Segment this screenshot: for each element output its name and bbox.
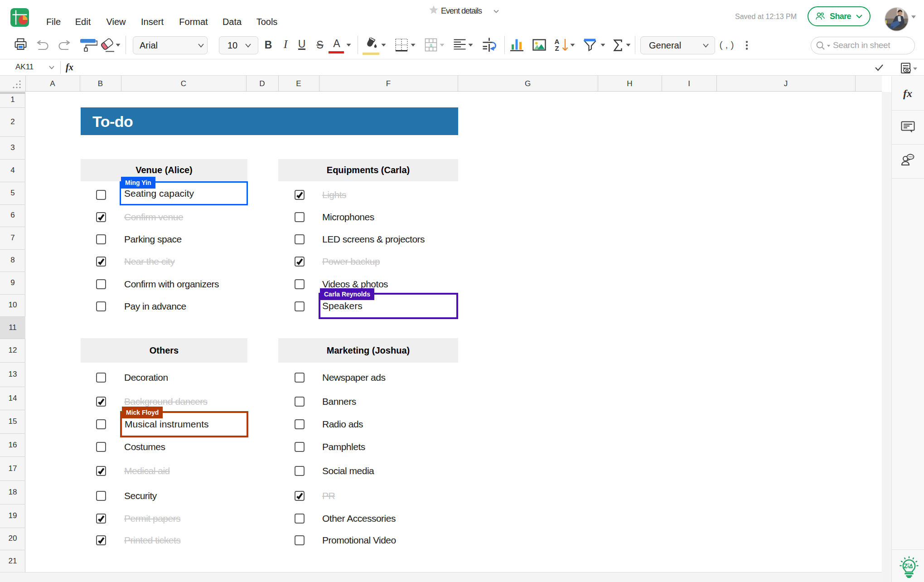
svg-text:Z: Z	[555, 44, 559, 52]
svg-text:a: a	[430, 43, 432, 48]
